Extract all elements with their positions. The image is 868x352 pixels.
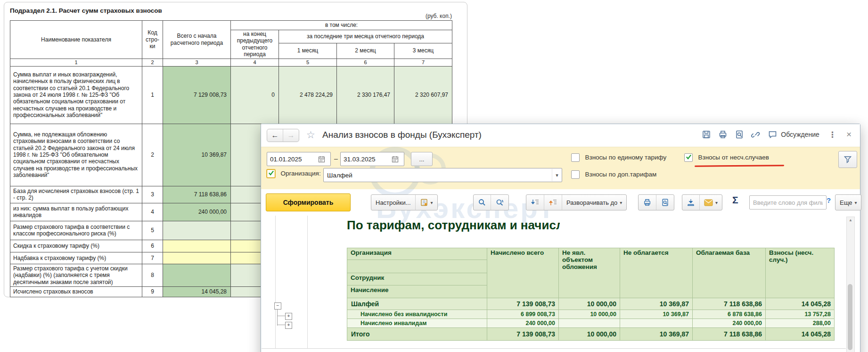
cell[interactable]: 13 757,28 bbox=[766, 310, 835, 319]
discussion-label[interactable]: Обсуждение bbox=[781, 131, 819, 138]
close-icon[interactable]: × bbox=[845, 129, 852, 140]
print-icon[interactable] bbox=[639, 195, 656, 210]
collapse-group-toggle[interactable]: − bbox=[274, 302, 281, 310]
help-button[interactable]: ? bbox=[827, 196, 831, 204]
cell[interactable]: 14 045,28 bbox=[766, 298, 835, 310]
expand-to-button[interactable]: Разворачивать до ▾ bbox=[562, 195, 626, 210]
report-variants-button[interactable]: ▾ bbox=[416, 195, 437, 210]
sum-sigma-icon[interactable]: Σ bbox=[732, 194, 738, 206]
column-header[interactable]: Взносы (несч. случ.) bbox=[766, 248, 835, 298]
calendar-icon[interactable] bbox=[318, 156, 328, 163]
search-icon[interactable] bbox=[474, 195, 491, 210]
col-header-month2: 2 месяц bbox=[337, 43, 394, 59]
discussion-icon[interactable] bbox=[768, 130, 778, 139]
date-from-input[interactable] bbox=[267, 156, 318, 163]
report-toolbar: Сформировать Настройки... ▾ Разворачиват… bbox=[261, 189, 860, 216]
cell-total bbox=[163, 264, 231, 286]
chevron-down-icon[interactable]: ▾ bbox=[715, 200, 718, 205]
cell[interactable]: 7 139 008,73 bbox=[487, 298, 559, 310]
scrollbar-thumb[interactable] bbox=[848, 284, 852, 350]
cell[interactable]: 6 878 638,86 bbox=[693, 310, 766, 319]
print-icon[interactable] bbox=[718, 130, 728, 139]
screen: Подраздел 2.1. Расчет сумм страховых взн… bbox=[0, 0, 868, 352]
send-email-button[interactable]: ▾ bbox=[700, 195, 722, 210]
cell[interactable]: 288,00 bbox=[766, 319, 835, 328]
date-from-field[interactable] bbox=[267, 152, 331, 166]
cell[interactable] bbox=[559, 319, 620, 328]
chevron-down-icon[interactable]: ▾ bbox=[431, 200, 433, 205]
quick-filter-input[interactable] bbox=[749, 195, 827, 210]
group-header-employee[interactable]: Сотрудник bbox=[347, 273, 487, 285]
save-icon[interactable] bbox=[702, 130, 711, 139]
cell[interactable]: 240 000,00 bbox=[693, 319, 766, 328]
col-header-prev-period: на конец предыдущего отчетного периода bbox=[231, 30, 279, 59]
cell-total bbox=[163, 221, 231, 240]
generate-button[interactable]: Сформировать bbox=[266, 193, 351, 211]
print-preview-icon[interactable] bbox=[735, 130, 744, 139]
cell[interactable]: 7 118 638,86 bbox=[693, 298, 766, 310]
col-header-month1: 1 месяц bbox=[279, 43, 337, 59]
more-actions-button[interactable]: Еще ▾ bbox=[835, 195, 861, 210]
row-name: База для исчисления страховых взносов (с… bbox=[10, 186, 142, 203]
forward-button[interactable]: → bbox=[283, 129, 299, 142]
back-button[interactable]: ← bbox=[267, 129, 283, 142]
calendar-icon[interactable] bbox=[392, 156, 401, 163]
row-label[interactable]: Начислено без инвалидности bbox=[347, 310, 487, 319]
sheet-bottom-gridline bbox=[262, 348, 846, 349]
search-group bbox=[473, 194, 509, 210]
cell[interactable]: 10 369,87 bbox=[620, 298, 693, 310]
col-number: 7 bbox=[394, 59, 452, 66]
row-code: 9 bbox=[142, 286, 163, 297]
cell[interactable]: 10 000,00 bbox=[559, 328, 620, 341]
date-to-input[interactable] bbox=[341, 156, 392, 163]
cell[interactable]: 240 000,00 bbox=[487, 319, 559, 328]
expand-to-label: Разворачивать до bbox=[566, 199, 617, 206]
favorite-star-icon[interactable]: ☆ bbox=[306, 129, 315, 141]
column-header[interactable]: Облагаемая база bbox=[693, 248, 766, 298]
chevron-down-icon[interactable]: ▾ bbox=[552, 169, 562, 181]
get-link-icon[interactable] bbox=[751, 130, 761, 139]
cell[interactable]: 7 118 638,86 bbox=[693, 328, 766, 341]
cell[interactable]: 6 899 008,73 bbox=[487, 310, 559, 319]
scroll-up-arrow[interactable]: ▲ bbox=[847, 217, 854, 224]
organization-combo[interactable]: Шалфей ▾ bbox=[323, 168, 562, 182]
cell[interactable] bbox=[620, 319, 693, 328]
organization-checkbox[interactable] bbox=[267, 169, 275, 178]
row-label[interactable]: Шалфей bbox=[347, 298, 487, 310]
cell[interactable]: 10 369,87 bbox=[620, 328, 693, 341]
column-header[interactable]: Начислено всего bbox=[487, 248, 559, 298]
single-tariff-checkbox[interactable] bbox=[571, 153, 580, 162]
window-titlebar: ← → ☆ Анализ взносов в фонды (Бухэксперт… bbox=[261, 124, 860, 147]
group-header-organization[interactable]: Организация bbox=[347, 248, 487, 260]
more-menu-icon[interactable]: ⋮ bbox=[827, 130, 838, 140]
date-to-field[interactable] bbox=[340, 152, 404, 166]
cell[interactable]: 10 369,87 bbox=[620, 310, 693, 319]
expand-row-toggle[interactable]: + bbox=[285, 313, 292, 320]
cell[interactable]: 10 000,00 bbox=[559, 298, 620, 310]
settings-button[interactable]: Настройки... bbox=[371, 195, 416, 210]
cell[interactable]: 7 139 008,73 bbox=[487, 328, 559, 341]
expand-row-toggle[interactable]: + bbox=[285, 322, 292, 329]
additional-tariff-checkbox[interactable] bbox=[571, 170, 580, 179]
cell-prev: 0 bbox=[231, 66, 279, 124]
col-number: 4 bbox=[231, 59, 279, 66]
filter-settings-button[interactable] bbox=[838, 151, 857, 168]
save-file-icon[interactable] bbox=[682, 195, 700, 210]
cell[interactable]: 10 000,00 bbox=[559, 310, 620, 319]
row-label[interactable]: Итого bbox=[347, 328, 487, 341]
print-preview-icon[interactable] bbox=[656, 195, 674, 210]
column-header[interactable]: Не облагается bbox=[620, 248, 693, 298]
organization-label: Организация: bbox=[280, 170, 320, 177]
collapse-groups-icon[interactable] bbox=[526, 195, 544, 210]
column-header[interactable]: Не явл. объектом обложения bbox=[559, 248, 620, 298]
cell-m2: 2 330 176,47 bbox=[337, 66, 394, 124]
accident-contributions-checkbox[interactable] bbox=[684, 153, 693, 162]
expand-groups-icon[interactable] bbox=[544, 195, 562, 210]
group-header-spacer[interactable] bbox=[347, 260, 487, 273]
search-next-icon[interactable] bbox=[491, 195, 508, 210]
period-more-button[interactable]: ... bbox=[411, 152, 433, 166]
vertical-scrollbar[interactable]: ▲ bbox=[846, 217, 855, 352]
cell[interactable]: 14 045,28 bbox=[766, 328, 835, 341]
row-label[interactable]: Начислено инвалидам bbox=[347, 319, 487, 328]
group-header-accrual[interactable]: Начисление bbox=[347, 285, 487, 298]
